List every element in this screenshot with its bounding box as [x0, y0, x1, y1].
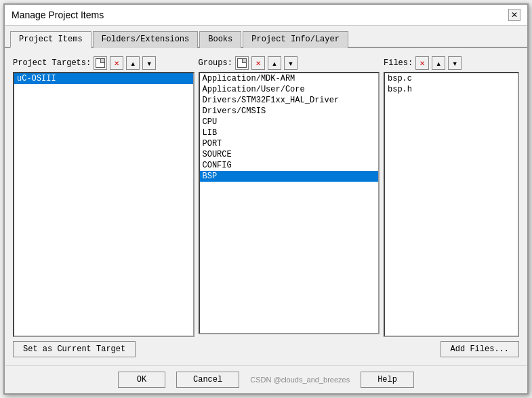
manage-project-items-dialog: Manage Project Items ✕ Project Items Fol…: [3, 3, 529, 395]
files-label: Files:: [384, 58, 413, 68]
groups-new-button[interactable]: [235, 56, 249, 70]
close-button[interactable]: ✕: [508, 9, 520, 21]
files-panel: Files: bsp.cbsp.h Add Files...: [384, 56, 519, 357]
help-button[interactable]: Help: [361, 372, 414, 388]
ok-button[interactable]: OK: [118, 372, 165, 388]
down-icon: [146, 59, 152, 67]
cancel-button[interactable]: Cancel: [176, 372, 239, 388]
list-item[interactable]: Drivers/CMSIS: [200, 106, 379, 117]
list-item[interactable]: bsp.c: [385, 73, 518, 84]
targets-label: Project Targets:: [13, 58, 91, 68]
tab-project-items[interactable]: Project Items: [10, 31, 91, 48]
watermark: CSDN @clouds_and_breezes: [250, 376, 350, 384]
groups-header: Groups:: [199, 56, 380, 70]
down-icon: [287, 59, 293, 67]
add-files-button[interactable]: Add Files...: [441, 341, 519, 357]
dialog-footer: OK Cancel CSDN @clouds_and_breezes Help: [5, 365, 527, 393]
targets-up-button[interactable]: [126, 56, 140, 70]
groups-list[interactable]: Application/MDK-ARMApplication/User/Core…: [199, 72, 380, 334]
files-down-button[interactable]: [448, 56, 462, 70]
list-item[interactable]: CONFIG: [200, 160, 379, 171]
new-target-icon: [96, 58, 105, 68]
groups-label: Groups:: [199, 58, 232, 68]
delete-icon: [255, 59, 261, 67]
tab-folders-extensions[interactable]: Folders/Extensions: [93, 31, 199, 48]
set-current-target-button[interactable]: Set as Current Target: [13, 341, 136, 357]
dialog-title: Manage Project Items: [12, 9, 104, 20]
up-icon: [271, 59, 277, 67]
groups-up-button[interactable]: [268, 56, 281, 70]
files-delete-button[interactable]: [415, 56, 429, 70]
files-up-button[interactable]: [432, 56, 445, 70]
new-group-icon: [237, 58, 247, 68]
list-item[interactable]: Drivers/STM32F1xx_HAL_Driver: [200, 95, 379, 106]
list-item[interactable]: bsp.h: [385, 84, 518, 95]
targets-list[interactable]: uC-OSIII: [13, 72, 195, 337]
targets-panel: Project Targets:: [13, 56, 195, 357]
targets-new-button[interactable]: [94, 56, 107, 70]
list-item[interactable]: BSP: [200, 171, 379, 182]
tab-books[interactable]: Books: [199, 31, 241, 48]
list-item[interactable]: Application/User/Core: [200, 84, 379, 95]
files-list[interactable]: bsp.cbsp.h: [384, 72, 519, 337]
list-item[interactable]: CPU: [200, 117, 379, 127]
delete-icon: [114, 59, 119, 67]
list-item[interactable]: Application/MDK-ARM: [200, 73, 379, 84]
tab-content: Project Targets:: [5, 48, 527, 365]
delete-icon: [420, 59, 425, 67]
targets-bottom-actions: Set as Current Target: [13, 341, 195, 357]
files-header: Files:: [384, 56, 519, 70]
tab-bar: Project Items Folders/Extensions Books P…: [5, 26, 527, 48]
down-icon: [452, 59, 458, 67]
targets-delete-button[interactable]: [110, 56, 123, 70]
groups-down-button[interactable]: [284, 56, 298, 70]
targets-down-button[interactable]: [142, 56, 156, 70]
list-item[interactable]: LIB: [200, 127, 379, 138]
up-icon: [130, 59, 136, 67]
panels-container: Project Targets:: [13, 56, 519, 357]
title-bar: Manage Project Items ✕: [5, 5, 527, 26]
groups-bottom-actions: [199, 338, 380, 357]
list-item[interactable]: uC-OSIII: [14, 73, 193, 84]
list-item[interactable]: SOURCE: [200, 149, 379, 160]
up-icon: [436, 59, 442, 67]
targets-header: Project Targets:: [13, 56, 195, 70]
groups-delete-button[interactable]: [251, 56, 265, 70]
files-bottom-actions: Add Files...: [384, 341, 519, 357]
list-item[interactable]: PORT: [200, 138, 379, 149]
tab-project-info-layer[interactable]: Project Info/Layer: [243, 31, 348, 48]
groups-panel: Groups:: [199, 56, 380, 357]
